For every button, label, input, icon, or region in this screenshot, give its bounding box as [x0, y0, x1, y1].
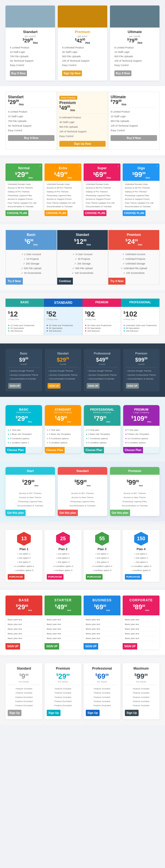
three-card-1: Standart $1299/mo ✓ 3 User Account✓ 30 P… [57, 230, 108, 285]
band-card-0: ✓ Normal $2999/mo Unlimited Domain UsesA… [5, 163, 42, 216]
banner-body-3: $102 4 Policy Plan ● Unlimited Visits an… [121, 307, 160, 335]
cloud-card-2: PROFESSIONAL Medium Company $7999/mo ●3 … [84, 405, 121, 453]
plan-col-1: Most Popular Premium $4999/mo 8 Unlimite… [57, 92, 108, 150]
section1-pricing: Standart per month $2999/mo 4 Limited Pr… [0, 0, 165, 86]
three-card-0: Basic $699/mo ✓ 1 User Account✓ 10 Proje… [5, 230, 57, 285]
corp-card-1: STARTER $4900/mo Basic plan textBasic pl… [44, 595, 81, 650]
corp-btn-1[interactable]: SIGN UP [44, 643, 59, 650]
hex-btn-1[interactable]: PURCHASE [47, 574, 64, 580]
band-btn-2[interactable]: CHOOSE PLAN [84, 210, 106, 216]
section8-pricing: Start $2999/mo Access to 80+ ThemesAcces… [0, 462, 165, 522]
plan-btn-2[interactable]: Buy It Now [110, 135, 157, 141]
hex-btn-0[interactable]: PURCHASE [8, 574, 25, 580]
dark-card-0: Basic $999 /month • Access Google Themes… [5, 349, 42, 391]
cloud-card-0: BASIC Small Business $2999/mo ●1 Year pl… [5, 405, 42, 453]
banner-body-0: $12 1 Policy Plan ● 12 Visits and Treatm… [5, 307, 44, 335]
plan-col-0: Standart $2999/mo 4 Limited Product10 St… [5, 92, 57, 150]
dark-btn-0[interactable]: SIGN UP [8, 383, 21, 389]
hex-card-2: 55 Plan 3 • 1st option 1• 2nd option 2• … [84, 530, 121, 582]
hex-btn-3[interactable]: PURCHASE [125, 574, 142, 580]
cloud-btn-3[interactable]: Choose Plan [123, 447, 143, 453]
final-btn-3[interactable]: Sign Up [125, 710, 139, 716]
section10-pricing: BASE $2999/mo Basic plan textBasic plan … [0, 590, 165, 655]
banner-tab-0: BASIC [5, 299, 44, 307]
banner-tab-2: PREMIUM [82, 299, 121, 307]
section5-pricing: BASICSTANDARDPREMIUMPROFESSIONAL $12 1 P… [0, 293, 165, 341]
band-btn-1[interactable]: CHOOSE PLAN [44, 210, 67, 216]
grad-card-1: Standart $5999/mo Access to 80+ ThemesAc… [58, 467, 107, 516]
band-btn-0[interactable]: CHOOSE PLAN [5, 210, 28, 216]
banner-tab-1: STANDARD [44, 299, 82, 307]
final-card-1: Premium $2999 Per Month Feature Included… [44, 663, 81, 719]
dark-card-1: Standart $2999 /month • Access Google Th… [45, 349, 81, 391]
buy-btn-0[interactable]: Buy It Now [10, 70, 27, 76]
dark-btn-3[interactable]: SIGN UP [126, 383, 139, 389]
final-btn-2[interactable]: Sign Up [86, 710, 100, 716]
corp-btn-0[interactable]: SIGN UP [5, 643, 20, 650]
section9-pricing: 13 Plan 1 • 1st option 1• 2nd option 2• … [0, 524, 165, 588]
cloud-card-1: STANDART Start-Up Company $4999/mo ●2 Ye… [45, 405, 81, 453]
hex-card-1: 25 Plan 2 • 1st option 1• 2nd option 2• … [44, 530, 81, 582]
three-btn-0[interactable]: Try it Now [6, 278, 23, 285]
grad-btn-2[interactable]: Get this plan [110, 510, 130, 516]
cloud-btn-0[interactable]: Choose Plan [5, 447, 26, 453]
band-card-2: ✓ Super $6999/mo Unlimited Domain UsesAc… [84, 163, 121, 216]
corp-btn-2[interactable]: SIGN UP [84, 643, 98, 650]
corp-card-2: BUSINESS $6900/mo Basic plan textBasic p… [84, 595, 121, 650]
section6-pricing: Basic $999 /month • Access Google Themes… [0, 343, 165, 397]
corp-card-3: CORPORATE $8900/mo Basic plan textBasic … [123, 595, 160, 650]
dark-card-2: Professional $4999 /month • Access Googl… [84, 349, 121, 391]
grad-btn-1[interactable]: Get this plan [58, 510, 78, 516]
hex-btn-2[interactable]: PURCHASE [86, 574, 103, 580]
banner-body-1: $52 2 Policy Plan ● 30 Visits and Treatm… [44, 307, 82, 335]
plan-col-2: Ultimate $7999/mo 8 Limited Product10 St… [108, 92, 160, 150]
pricing-card-0: Standart per month $2999/mo 4 Limited Pr… [5, 5, 55, 81]
section4-pricing: Basic $699/mo ✓ 1 User Account✓ 10 Proje… [0, 224, 165, 290]
band-btn-3[interactable]: CHOOSE PLAN [123, 210, 145, 216]
cloud-btn-2[interactable]: Choose Plan [84, 447, 104, 453]
hex-card-0: 13 Plan 1 • 1st option 1• 2nd option 2• … [5, 530, 42, 582]
three-card-2: Premium $2499/mo ✓ Unlimited Account✓ Un… [108, 230, 160, 285]
plan-btn-1[interactable]: Sign Up Now [59, 141, 106, 147]
plan-btn-0[interactable]: Buy It Now [8, 135, 55, 141]
section7-pricing: BASIC Small Business $2999/mo ●1 Year pl… [0, 400, 165, 459]
section3-pricing: ✓ Normal $2999/mo Unlimited Domain UsesA… [0, 158, 165, 221]
final-btn-1[interactable]: Sign Up [47, 710, 61, 716]
dark-btn-2[interactable]: SIGN UP [87, 383, 100, 389]
three-btn-2[interactable]: Try it Now [108, 278, 125, 285]
hex-card-3: 150 Plan 4 • 1st option 1• 2nd option 2•… [123, 530, 160, 582]
three-btn-1[interactable]: Continue [57, 278, 73, 285]
cloud-card-3: PREMIUM Large Company $10999/mo ●5 Year … [123, 405, 160, 453]
corp-btn-3[interactable]: SIGN UP [123, 643, 137, 650]
section11-pricing: Standard $999 Per Month Feature Included… [0, 658, 165, 725]
dark-btn-1[interactable]: SIGN UP [47, 383, 61, 389]
pricing-card-2: Ultimate per month $7999/mo 8 Limited Pr… [110, 5, 160, 81]
final-card-2: Professional $6999 Per Month Feature Inc… [84, 663, 121, 719]
dark-card-3: Premium $9999 /month • Access Google The… [123, 349, 160, 391]
buy-btn-1[interactable]: Sign Up Now [62, 70, 82, 76]
banner-tab-3: PROFESSIONAL [121, 299, 160, 307]
pricing-card-1: Premium get more $4200/mo 8 Unlimited Pr… [58, 5, 107, 81]
corp-card-0: BASE $2999/mo Basic plan textBasic plan … [5, 595, 42, 650]
final-card-0: Standard $999 Per Month Feature Included… [5, 663, 42, 719]
section2-pricing: Standart $2999/mo 4 Limited Product10 St… [0, 86, 165, 155]
final-btn-0[interactable]: Sign Up [8, 710, 22, 716]
buy-btn-2[interactable]: Buy It Now [114, 70, 131, 76]
grad-card-0: Start $2999/mo Access to 80+ ThemesAcces… [5, 467, 55, 516]
band-card-3: ✓ Giga $9999/mo Unlimited Domain UsesAcc… [123, 163, 160, 216]
final-card-3: Maximum $9999 Per Month Feature Included… [123, 663, 160, 719]
grad-card-2: Premium $9999/mo Access to 80+ ThemesAcc… [110, 467, 160, 516]
grad-btn-0[interactable]: Get this plan [5, 510, 26, 516]
banner-body-2: $92 3 Policy Plan ● 50 Visits and Treatm… [82, 307, 121, 335]
cloud-btn-1[interactable]: Choose Plan [45, 447, 65, 453]
band-card-1: ✓ Extra $4999/mo Unlimited Domain UsesAc… [44, 163, 81, 216]
